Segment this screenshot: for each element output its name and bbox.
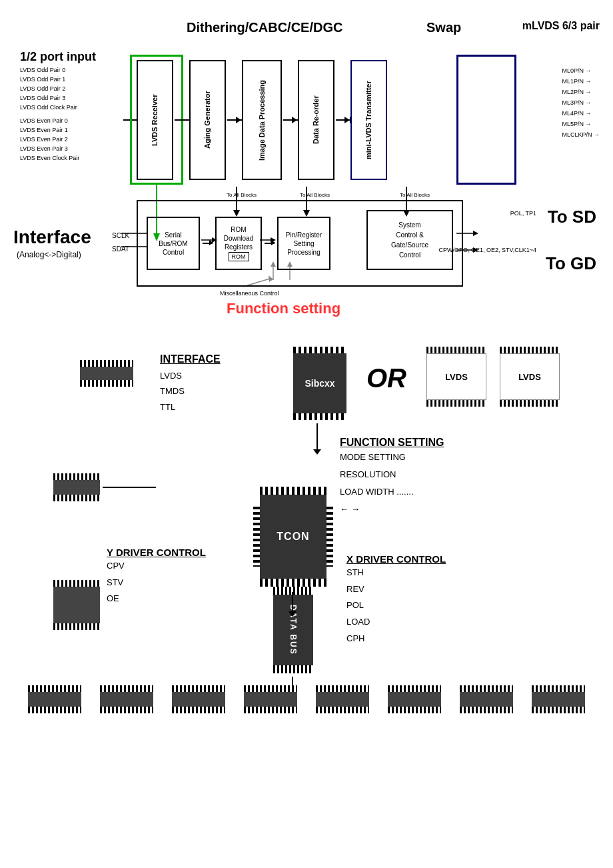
block-mini-lvds: mini-LVDS Transmitter xyxy=(350,60,387,180)
block-data-reorder: Data Re-order xyxy=(298,60,334,180)
section-function: FUNCTION SETTING MODE SETTING RESOLUTION… xyxy=(340,437,444,518)
function-item-mode: MODE SETTING xyxy=(340,449,444,466)
xdriver-item-pol: POL xyxy=(346,597,446,614)
interface-items: LVDS TMDS TTL xyxy=(160,368,221,415)
function-items: MODE SETTING RESOLUTION LOAD WIDTH .....… xyxy=(340,449,444,518)
section-interface: INTERFACE LVDS TMDS TTL xyxy=(160,353,221,415)
to-sd-label: To SD xyxy=(548,207,596,227)
bottom-diagram: INTERFACE LVDS TMDS TTL Sibcxx OR xyxy=(13,340,600,727)
bottom-chip-8 xyxy=(528,685,588,713)
sclk-label: SCLK xyxy=(112,232,129,239)
to-all-blocks-1: To All Blocks xyxy=(227,192,257,198)
interface-item-lvds: LVDS xyxy=(160,368,221,383)
ydriver-items: CPV STV OE xyxy=(107,558,206,607)
interface-sub: (Analog<->Digital) xyxy=(17,250,81,259)
to-all-blocks-2: To All Blocks xyxy=(300,192,330,198)
interface-title: INTERFACE xyxy=(160,353,221,365)
to-all-blocks-3: To All Blocks xyxy=(400,192,430,198)
left-chip-top xyxy=(80,360,133,387)
tcon-chip: TCON xyxy=(260,487,326,587)
page-container: Dithering/CABC/CE/DGC Swap mLVDS 6/3 pai… xyxy=(0,0,613,753)
ydriver-item-oe: OE xyxy=(107,591,206,607)
xdriver-item-sth: STH xyxy=(346,565,446,581)
lvds-chip-1: LVDS xyxy=(426,347,486,407)
load-width-arrow: ← → xyxy=(340,501,444,518)
xdriver-title: X DRIVER CONTROL xyxy=(346,553,446,565)
lvds-input-labels: LVDS Odd Pair 0 LVDS Odd Pair 1 LVDS Odd… xyxy=(20,65,79,163)
sibcxx-chip: Sibcxx xyxy=(293,347,346,420)
block-image-processing: Image Data Processing xyxy=(242,60,282,180)
section-ydriver: Y DRIVER CONTROL CPV STV OE xyxy=(107,547,206,607)
xdriver-item-cph: CPH xyxy=(346,631,446,647)
title-swap: Swap xyxy=(426,20,461,35)
ydriver-item-cpv: CPV xyxy=(107,558,206,575)
top-diagram: Dithering/CABC/CE/DGC Swap mLVDS 6/3 pai… xyxy=(13,13,600,320)
interface-item-ttl: TTL xyxy=(160,399,221,415)
arrow-tcon-databus xyxy=(292,592,293,612)
title-mlvds: mLVDS 6/3 pair xyxy=(522,20,600,32)
bottom-chip-4 xyxy=(241,685,301,713)
title-dithering: Dithering/CABC/CE/DGC xyxy=(187,20,342,35)
block-aging: Aging Generator xyxy=(189,60,226,180)
blocks-row: LVDS Receiver Aging Generator Image Data… xyxy=(137,60,387,180)
bottom-chip-1 xyxy=(25,685,85,713)
lvds-chip-2: LVDS xyxy=(500,347,560,407)
or-text: OR xyxy=(366,363,406,393)
function-setting-label: Function setting xyxy=(227,300,340,317)
svg-marker-30 xyxy=(473,231,478,236)
xdriver-items: STH REV POL LOAD CPH xyxy=(346,565,446,647)
ydriver-title: Y DRIVER CONTROL xyxy=(107,547,206,558)
interface-item-tmds: TMDS xyxy=(160,383,221,399)
to-gd-label: To GD xyxy=(546,253,596,274)
function-title: FUNCTION SETTING xyxy=(340,437,444,449)
left-chip-ydriver xyxy=(53,580,100,630)
title-input: 1/2 port input xyxy=(20,50,96,64)
pol-label: POL, TP1 xyxy=(510,210,536,217)
ydriver-item-stv: STV xyxy=(107,575,206,591)
function-item-resolution: RESOLUTION xyxy=(340,466,444,483)
mlvds-output-labels: ML0P/N → ML1P/N → ML2P/N → ML3P/N → ML4P… xyxy=(562,65,600,140)
sdat-label: SDAT xyxy=(112,245,129,253)
xdriver-item-rev: REV xyxy=(346,581,446,598)
bottom-chip-6 xyxy=(384,685,444,713)
bottom-chip-2 xyxy=(97,685,157,713)
bottom-chip-7 xyxy=(456,685,516,713)
block-lvds-receiver: LVDS Receiver xyxy=(137,60,173,180)
system-border xyxy=(137,200,463,287)
xdriver-item-load: LOAD xyxy=(346,614,446,631)
blue-border-mlvds xyxy=(456,55,516,185)
databus-chip: DATA BUS xyxy=(273,587,313,673)
section-xdriver: X DRIVER CONTROL STH REV POL LOAD CPH xyxy=(346,553,446,647)
interface-label: Interface xyxy=(13,227,91,248)
bottom-chip-5 xyxy=(312,685,372,713)
function-item-loadwidth: LOAD WIDTH ....... xyxy=(340,483,444,501)
bottom-chip-3 xyxy=(169,685,229,713)
left-chip-middle xyxy=(53,473,156,501)
lvds-chips-area: LVDS LVDS xyxy=(426,347,560,407)
bottom-chips-row xyxy=(20,685,593,713)
misc-control-label: Miscellaneous Control xyxy=(220,290,279,297)
arrow-sibcxx-tcon xyxy=(316,423,318,450)
